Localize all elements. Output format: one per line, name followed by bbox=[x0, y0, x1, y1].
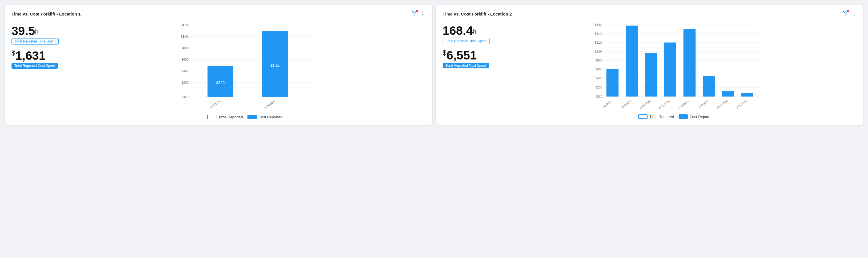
bar-2-7 bbox=[722, 91, 734, 97]
y-axis-1: $1.2k $1.0k $800 $600 $400 $200 $0.0 bbox=[181, 23, 311, 99]
panel-1-stats: 39.5h Total Reported Time Spent $1,631 T… bbox=[11, 22, 59, 69]
legend-2-cost: Cost Reported bbox=[679, 114, 714, 119]
panel-2-title: Time vs. Cost Forklift - Location 2 bbox=[443, 11, 512, 17]
bar-2-6 bbox=[703, 76, 715, 97]
panel-2-chart-area: $1.6k $1.4k $1.2k $1.0k $800 $600 $400 $… bbox=[496, 22, 857, 119]
x2-l4: 4/22/2024 bbox=[658, 99, 671, 109]
panel-2-stats: 168.4h Total Reported Time Spent $6,551 … bbox=[443, 22, 490, 68]
panel-2-icons: ⋮ bbox=[843, 10, 857, 17]
legend-1-time: Time Reported bbox=[207, 115, 243, 119]
panel-1-icons: ⋮ bbox=[411, 10, 425, 18]
legend-1-time-swatch bbox=[207, 115, 216, 119]
panel-1-cost-value: $1,631 bbox=[11, 50, 59, 62]
panel-location-2: Time vs. Cost Forklift - Location 2 ⋮ 16… bbox=[436, 5, 863, 125]
bar-2-5 bbox=[683, 29, 695, 97]
legend-2-cost-label: Cost Reported bbox=[689, 115, 714, 119]
bar-2-8 bbox=[741, 93, 753, 97]
svg-text:$600: $600 bbox=[595, 67, 602, 71]
panel-1-time-stat: 39.5h Total Reported Time Spent bbox=[11, 25, 59, 44]
legend-1-cost-swatch bbox=[247, 115, 257, 119]
y-axis-2: $1.6k $1.4k $1.2k $1.0k $800 $600 $400 $… bbox=[595, 23, 760, 98]
x2-l5: 4/29/2024 bbox=[677, 99, 690, 109]
legend-1-cost-label: Cost Reported bbox=[258, 115, 282, 119]
svg-text:$1.0k: $1.0k bbox=[181, 35, 189, 38]
x2-l1: 4/1/2024 bbox=[602, 99, 613, 108]
bar-2-3 bbox=[645, 53, 657, 97]
panel-location-1: Time vs. Cost Forklift - Location 1 ⋮ 39… bbox=[5, 5, 432, 125]
panel-2-svg: $1.6k $1.4k $1.2k $1.0k $800 $600 $400 $… bbox=[496, 22, 857, 111]
svg-text:$1.4k: $1.4k bbox=[595, 32, 602, 35]
panel-1-title: Time vs. Cost Forklift - Location 1 bbox=[11, 11, 81, 17]
svg-text:$0.0: $0.0 bbox=[596, 95, 602, 98]
bar-2-1 bbox=[607, 69, 619, 97]
bar-2-2 bbox=[626, 26, 638, 97]
legend-1-cost: Cost Reported bbox=[247, 115, 282, 119]
svg-text:$1.2k: $1.2k bbox=[595, 41, 602, 44]
x2-l6: 5/6/2024 bbox=[698, 99, 709, 108]
filter-icon-1[interactable] bbox=[411, 10, 417, 18]
panel-1-time-value: 39.5h bbox=[11, 25, 59, 37]
legend-2-time: Time Reported bbox=[638, 114, 674, 119]
panel-1-svg: $1.2k $1.0k $800 $600 $400 $200 $0.0 $52… bbox=[64, 22, 425, 111]
svg-text:$1.0k: $1.0k bbox=[595, 50, 602, 53]
panel-1-body: 39.5h Total Reported Time Spent $1,631 T… bbox=[11, 22, 425, 119]
panel-2-time-stat: 168.4h Total Reported Time Spent bbox=[443, 25, 490, 44]
svg-text:$1.6k: $1.6k bbox=[595, 23, 602, 26]
svg-text:$800: $800 bbox=[182, 46, 189, 50]
legend-2-time-swatch bbox=[638, 114, 648, 119]
more-icon-2[interactable]: ⋮ bbox=[851, 11, 857, 17]
panel-1-cost-badge: Total Reported Cost Spent bbox=[11, 63, 58, 69]
x-label-1-1: 4/1/2024 bbox=[209, 100, 221, 109]
svg-text:$400: $400 bbox=[182, 69, 189, 73]
x2-l7: 5/13/2024 bbox=[716, 99, 728, 109]
panel-1-header: Time vs. Cost Forklift - Location 1 ⋮ bbox=[11, 10, 425, 18]
svg-text:$200: $200 bbox=[595, 86, 602, 89]
filter-icon-2-wrap[interactable] bbox=[843, 10, 848, 17]
panel-2-chart: $1.6k $1.4k $1.2k $1.0k $800 $600 $400 $… bbox=[496, 22, 857, 111]
x2-l8: 5/20/2024 bbox=[735, 99, 748, 109]
legend-2-cost-swatch bbox=[679, 114, 688, 119]
x2-l2: 4/8/2024 bbox=[621, 99, 632, 108]
svg-text:$600: $600 bbox=[182, 58, 189, 61]
legend-1-time-label: Time Reported bbox=[218, 115, 243, 119]
panel-2-cost-badge: Total Reported Cost Spent bbox=[443, 63, 489, 68]
svg-text:$200: $200 bbox=[182, 81, 189, 84]
panel-1-chart-area: $1.2k $1.0k $800 $600 $400 $200 $0.0 $52… bbox=[64, 22, 425, 119]
bar-1-1-label: $520 bbox=[216, 80, 225, 85]
panel-1-cost-stat: $1,631 Total Reported Cost Spent bbox=[11, 50, 59, 69]
legend-2-time-label: Time Reported bbox=[649, 115, 674, 119]
panel-1-chart: $1.2k $1.0k $800 $600 $400 $200 $0.0 $52… bbox=[64, 22, 425, 111]
panel-1-legend: Time Reported Cost Reported bbox=[64, 115, 425, 119]
svg-marker-15 bbox=[843, 11, 848, 15]
more-icon-1[interactable]: ⋮ bbox=[420, 11, 425, 17]
panel-2-body: 168.4h Total Reported Time Spent $6,551 … bbox=[443, 22, 857, 119]
panel-2-header: Time vs. Cost Forklift - Location 2 ⋮ bbox=[443, 10, 857, 17]
x2-l3: 4/15/2024 bbox=[639, 99, 651, 109]
bar-2-4 bbox=[664, 42, 676, 97]
x-label-1-2: 4/8/2024 bbox=[263, 100, 275, 109]
svg-text:$800: $800 bbox=[595, 59, 602, 62]
panel-2-cost-stat: $6,551 Total Reported Cost Spent bbox=[443, 50, 490, 68]
panel-2-time-badge: Total Reported Time Spent bbox=[443, 38, 490, 44]
svg-marker-0 bbox=[412, 11, 417, 15]
panel-2-cost-value: $6,551 bbox=[443, 50, 490, 62]
panel-2-time-value: 168.4h bbox=[443, 25, 490, 37]
panel-1-time-badge: Total Reported Time Spent bbox=[11, 38, 59, 44]
svg-text:$0.0: $0.0 bbox=[183, 95, 189, 99]
panel-2-legend: Time Reported Cost Reported bbox=[496, 114, 857, 119]
svg-text:$400: $400 bbox=[595, 76, 602, 80]
svg-text:$1.2k: $1.2k bbox=[181, 23, 189, 27]
bar-1-2-label: $1.1k bbox=[271, 63, 280, 67]
